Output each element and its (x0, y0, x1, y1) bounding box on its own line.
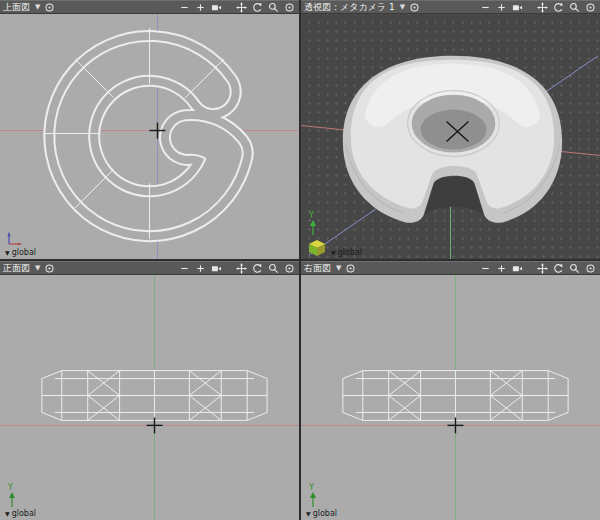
viewport-right-titlebar: 右面図 ▼ (301, 261, 600, 275)
chevron-down-icon[interactable]: ▼ (400, 1, 405, 13)
zoom-out-button[interactable] (479, 1, 492, 14)
viewport-front-titlebar: 正面図 ▼ (0, 261, 299, 275)
view-options-icon[interactable] (43, 1, 56, 14)
front-view-canvas[interactable]: Y ▼ global (0, 275, 299, 520)
top-view-wireframe (0, 14, 299, 259)
shaded-model (343, 56, 562, 223)
viewport-title: 透視図：メタカメラ 1 (304, 1, 395, 13)
magnify-button[interactable] (568, 1, 581, 14)
chevron-down-icon: ▼ (331, 249, 336, 256)
viewport-title: 上面図 (3, 1, 30, 13)
orientation-cube-icon[interactable] (306, 237, 328, 257)
view-options-icon[interactable] (344, 262, 357, 275)
canvas-background (0, 275, 299, 520)
camera-button[interactable] (511, 1, 524, 14)
zoom-out-button[interactable] (178, 262, 191, 275)
axis-gizmo-icon (5, 230, 23, 248)
axis-gizmo: Y ▼ global (5, 483, 36, 518)
coordinate-system-selector[interactable]: ▼ global (306, 509, 337, 518)
axis-gizmo: ▼ global (5, 230, 36, 257)
y-axis-arrow: Y (306, 483, 320, 509)
chevron-down-icon[interactable]: ▼ (35, 262, 40, 274)
axis-gizmo: Y ▼ global (306, 483, 337, 518)
chevron-down-icon[interactable]: ▼ (336, 262, 341, 274)
global-label: global (338, 248, 362, 257)
viewport-front: 正面図 ▼ (0, 261, 299, 520)
chevron-down-icon: ▼ (306, 510, 311, 517)
magnify-button[interactable] (267, 1, 280, 14)
reset-view-button[interactable] (584, 1, 597, 14)
view-options-icon[interactable] (408, 1, 421, 14)
viewport-top-titlebar: 上面図 ▼ (0, 0, 299, 14)
viewport-top: 上面図 ▼ (0, 0, 299, 259)
global-label: global (12, 248, 36, 257)
viewport-perspective: 透視図：メタカメラ 1 ▼ (301, 0, 600, 259)
right-view-wireframe (301, 275, 600, 520)
zoom-in-button[interactable] (194, 1, 207, 14)
rotate-button[interactable] (552, 1, 565, 14)
chevron-down-icon: ▼ (5, 510, 10, 517)
reset-view-button[interactable] (283, 1, 296, 14)
viewport-title: 正面図 (3, 262, 30, 274)
zoom-out-button[interactable] (479, 262, 492, 275)
zoom-in-button[interactable] (495, 1, 508, 14)
axis-label: Y (308, 211, 314, 220)
pan-button[interactable] (536, 1, 549, 14)
reset-view-button[interactable] (283, 262, 296, 275)
right-view-canvas[interactable]: Y ▼ global (301, 275, 600, 520)
perspective-view-canvas[interactable]: Y ▼ global (301, 14, 600, 259)
viewport-title: 右面図 (304, 262, 331, 274)
camera-button[interactable] (210, 1, 223, 14)
pan-button[interactable] (536, 262, 549, 275)
global-label: global (12, 509, 36, 518)
modeler-window: 上面図 ▼ (0, 0, 600, 520)
camera-button[interactable] (511, 262, 524, 275)
rotate-button[interactable] (251, 262, 264, 275)
canvas-background (301, 275, 600, 520)
coordinate-system-selector[interactable]: ▼ global (5, 248, 36, 257)
axis-gizmo: Y ▼ global (306, 211, 362, 257)
axis-label: Y (308, 483, 314, 492)
top-view-canvas[interactable]: ▼ global (0, 14, 299, 259)
pan-button[interactable] (235, 262, 248, 275)
viewport-right: 右面図 ▼ (301, 261, 600, 520)
zoom-in-button[interactable] (194, 262, 207, 275)
viewport-perspective-titlebar: 透視図：メタカメラ 1 ▼ (301, 0, 600, 14)
pan-button[interactable] (235, 1, 248, 14)
front-view-wireframe (0, 275, 299, 520)
magnify-button[interactable] (568, 262, 581, 275)
zoom-in-button[interactable] (495, 262, 508, 275)
reset-view-button[interactable] (584, 262, 597, 275)
y-axis-arrow: Y (5, 483, 19, 509)
chevron-down-icon: ▼ (5, 249, 10, 256)
coordinate-system-selector[interactable]: ▼ global (331, 248, 362, 257)
view-options-icon[interactable] (43, 262, 56, 275)
zoom-out-button[interactable] (178, 1, 191, 14)
global-label: global (313, 509, 337, 518)
camera-button[interactable] (210, 262, 223, 275)
y-axis-arrow: Y (306, 211, 320, 237)
rotate-button[interactable] (552, 262, 565, 275)
rotate-button[interactable] (251, 1, 264, 14)
axis-label: Y (7, 483, 13, 492)
magnify-button[interactable] (267, 262, 280, 275)
coordinate-system-selector[interactable]: ▼ global (5, 509, 36, 518)
chevron-down-icon[interactable]: ▼ (35, 1, 40, 13)
